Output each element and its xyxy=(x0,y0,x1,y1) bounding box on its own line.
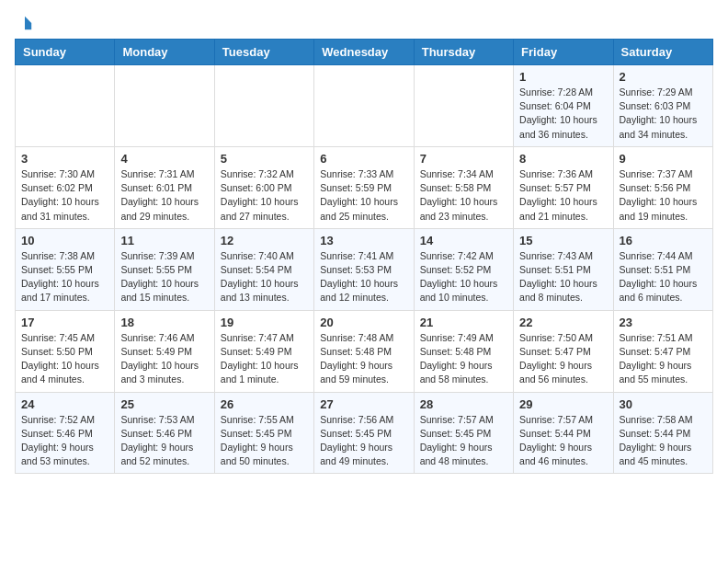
weekday-header-wednesday: Wednesday xyxy=(314,40,414,65)
day-number: 23 xyxy=(620,316,707,329)
page-header xyxy=(15,15,713,28)
day-number: 19 xyxy=(221,316,308,329)
day-info: Sunrise: 7:42 AM Sunset: 5:52 PM Dayligh… xyxy=(420,249,507,305)
calendar-cell: 25Sunrise: 7:53 AM Sunset: 5:46 PM Dayli… xyxy=(115,392,214,474)
calendar-cell: 23Sunrise: 7:51 AM Sunset: 5:47 PM Dayli… xyxy=(613,310,712,392)
day-number: 27 xyxy=(320,397,407,411)
calendar-cell: 16Sunrise: 7:44 AM Sunset: 5:51 PM Dayli… xyxy=(613,228,712,310)
day-info: Sunrise: 7:37 AM Sunset: 5:56 PM Dayligh… xyxy=(620,167,707,224)
weekday-header-sunday: Sunday xyxy=(16,40,115,65)
calendar-cell: 29Sunrise: 7:57 AM Sunset: 5:44 PM Dayli… xyxy=(514,392,613,474)
logo-icon xyxy=(17,15,33,31)
week-row-2: 3Sunrise: 7:30 AM Sunset: 6:02 PM Daylig… xyxy=(16,146,713,228)
calendar-cell: 1Sunrise: 7:28 AM Sunset: 6:04 PM Daylig… xyxy=(514,65,613,147)
calendar-cell: 10Sunrise: 7:38 AM Sunset: 5:55 PM Dayli… xyxy=(16,228,115,310)
day-number: 14 xyxy=(420,234,507,247)
day-number: 25 xyxy=(120,397,208,411)
day-number: 17 xyxy=(21,316,108,329)
day-info: Sunrise: 7:57 AM Sunset: 5:44 PM Dayligh… xyxy=(519,413,607,469)
day-number: 10 xyxy=(21,234,108,247)
day-info: Sunrise: 7:36 AM Sunset: 5:57 PM Dayligh… xyxy=(519,167,607,224)
day-number: 1 xyxy=(519,70,607,84)
calendar-cell xyxy=(414,65,513,147)
calendar-cell: 27Sunrise: 7:56 AM Sunset: 5:45 PM Dayli… xyxy=(314,392,414,474)
day-number: 30 xyxy=(620,397,707,411)
svg-marker-1 xyxy=(25,23,31,29)
day-number: 7 xyxy=(420,152,507,166)
day-info: Sunrise: 7:43 AM Sunset: 5:51 PM Dayligh… xyxy=(519,249,607,305)
day-info: Sunrise: 7:49 AM Sunset: 5:48 PM Dayligh… xyxy=(420,331,507,387)
day-number: 12 xyxy=(221,234,308,247)
day-info: Sunrise: 7:30 AM Sunset: 6:02 PM Dayligh… xyxy=(21,167,108,224)
day-info: Sunrise: 7:40 AM Sunset: 5:54 PM Dayligh… xyxy=(221,249,308,305)
day-number: 26 xyxy=(221,397,308,411)
day-info: Sunrise: 7:53 AM Sunset: 5:46 PM Dayligh… xyxy=(120,413,208,469)
calendar-cell: 12Sunrise: 7:40 AM Sunset: 5:54 PM Dayli… xyxy=(214,228,313,310)
day-number: 2 xyxy=(620,70,707,84)
calendar-cell: 13Sunrise: 7:41 AM Sunset: 5:53 PM Dayli… xyxy=(314,228,414,310)
day-number: 21 xyxy=(420,316,507,329)
calendar-cell: 28Sunrise: 7:57 AM Sunset: 5:45 PM Dayli… xyxy=(414,392,513,474)
day-number: 11 xyxy=(120,234,208,247)
weekday-header-monday: Monday xyxy=(115,40,214,65)
day-number: 15 xyxy=(519,234,607,247)
calendar-cell: 14Sunrise: 7:42 AM Sunset: 5:52 PM Dayli… xyxy=(414,228,513,310)
day-info: Sunrise: 7:51 AM Sunset: 5:47 PM Dayligh… xyxy=(620,331,707,387)
day-number: 18 xyxy=(120,316,208,329)
week-row-4: 17Sunrise: 7:45 AM Sunset: 5:50 PM Dayli… xyxy=(16,310,713,392)
logo xyxy=(15,15,33,28)
calendar-cell: 7Sunrise: 7:34 AM Sunset: 5:58 PM Daylig… xyxy=(414,146,513,228)
day-info: Sunrise: 7:57 AM Sunset: 5:45 PM Dayligh… xyxy=(420,413,507,469)
weekday-header-tuesday: Tuesday xyxy=(214,40,313,65)
calendar-cell: 21Sunrise: 7:49 AM Sunset: 5:48 PM Dayli… xyxy=(414,310,513,392)
day-number: 28 xyxy=(420,397,507,411)
day-info: Sunrise: 7:55 AM Sunset: 5:45 PM Dayligh… xyxy=(221,413,308,469)
day-info: Sunrise: 7:39 AM Sunset: 5:55 PM Dayligh… xyxy=(120,249,208,305)
day-info: Sunrise: 7:31 AM Sunset: 6:01 PM Dayligh… xyxy=(120,167,208,224)
day-info: Sunrise: 7:47 AM Sunset: 5:49 PM Dayligh… xyxy=(221,331,308,387)
calendar-cell: 24Sunrise: 7:52 AM Sunset: 5:46 PM Dayli… xyxy=(16,392,115,474)
weekday-header-friday: Friday xyxy=(514,40,613,65)
calendar-cell: 20Sunrise: 7:48 AM Sunset: 5:48 PM Dayli… xyxy=(314,310,414,392)
day-number: 29 xyxy=(519,397,607,411)
day-number: 24 xyxy=(21,397,108,411)
week-row-1: 1Sunrise: 7:28 AM Sunset: 6:04 PM Daylig… xyxy=(16,65,713,147)
weekday-header-row: SundayMondayTuesdayWednesdayThursdayFrid… xyxy=(16,40,713,65)
day-number: 13 xyxy=(320,234,407,247)
day-number: 9 xyxy=(620,152,707,166)
day-number: 16 xyxy=(620,234,707,247)
calendar-cell: 11Sunrise: 7:39 AM Sunset: 5:55 PM Dayli… xyxy=(115,228,214,310)
day-number: 5 xyxy=(221,152,308,166)
day-info: Sunrise: 7:52 AM Sunset: 5:46 PM Dayligh… xyxy=(21,413,108,469)
day-number: 3 xyxy=(21,152,108,166)
calendar-cell xyxy=(314,65,414,147)
calendar-cell: 8Sunrise: 7:36 AM Sunset: 5:57 PM Daylig… xyxy=(514,146,613,228)
day-info: Sunrise: 7:58 AM Sunset: 5:44 PM Dayligh… xyxy=(620,413,707,469)
calendar-cell: 19Sunrise: 7:47 AM Sunset: 5:49 PM Dayli… xyxy=(214,310,313,392)
day-info: Sunrise: 7:50 AM Sunset: 5:47 PM Dayligh… xyxy=(519,331,607,387)
day-number: 6 xyxy=(320,152,407,166)
day-info: Sunrise: 7:33 AM Sunset: 5:59 PM Dayligh… xyxy=(320,167,407,224)
day-number: 8 xyxy=(519,152,607,166)
day-info: Sunrise: 7:38 AM Sunset: 5:55 PM Dayligh… xyxy=(21,249,108,305)
day-info: Sunrise: 7:41 AM Sunset: 5:53 PM Dayligh… xyxy=(320,249,407,305)
week-row-5: 24Sunrise: 7:52 AM Sunset: 5:46 PM Dayli… xyxy=(16,392,713,474)
calendar-cell: 4Sunrise: 7:31 AM Sunset: 6:01 PM Daylig… xyxy=(115,146,214,228)
calendar-cell xyxy=(16,65,115,147)
day-info: Sunrise: 7:45 AM Sunset: 5:50 PM Dayligh… xyxy=(21,331,108,387)
calendar-cell: 9Sunrise: 7:37 AM Sunset: 5:56 PM Daylig… xyxy=(613,146,712,228)
day-info: Sunrise: 7:48 AM Sunset: 5:48 PM Dayligh… xyxy=(320,331,407,387)
calendar-cell: 5Sunrise: 7:32 AM Sunset: 6:00 PM Daylig… xyxy=(214,146,313,228)
weekday-header-thursday: Thursday xyxy=(414,40,513,65)
day-info: Sunrise: 7:46 AM Sunset: 5:49 PM Dayligh… xyxy=(120,331,208,387)
calendar-cell: 3Sunrise: 7:30 AM Sunset: 6:02 PM Daylig… xyxy=(16,146,115,228)
svg-marker-0 xyxy=(25,17,31,23)
day-info: Sunrise: 7:28 AM Sunset: 6:04 PM Dayligh… xyxy=(519,86,607,142)
calendar-cell: 15Sunrise: 7:43 AM Sunset: 5:51 PM Dayli… xyxy=(514,228,613,310)
day-info: Sunrise: 7:56 AM Sunset: 5:45 PM Dayligh… xyxy=(320,413,407,469)
calendar-cell: 6Sunrise: 7:33 AM Sunset: 5:59 PM Daylig… xyxy=(314,146,414,228)
calendar-cell: 17Sunrise: 7:45 AM Sunset: 5:50 PM Dayli… xyxy=(16,310,115,392)
day-number: 4 xyxy=(120,152,208,166)
day-info: Sunrise: 7:44 AM Sunset: 5:51 PM Dayligh… xyxy=(620,249,707,305)
weekday-header-saturday: Saturday xyxy=(613,40,712,65)
